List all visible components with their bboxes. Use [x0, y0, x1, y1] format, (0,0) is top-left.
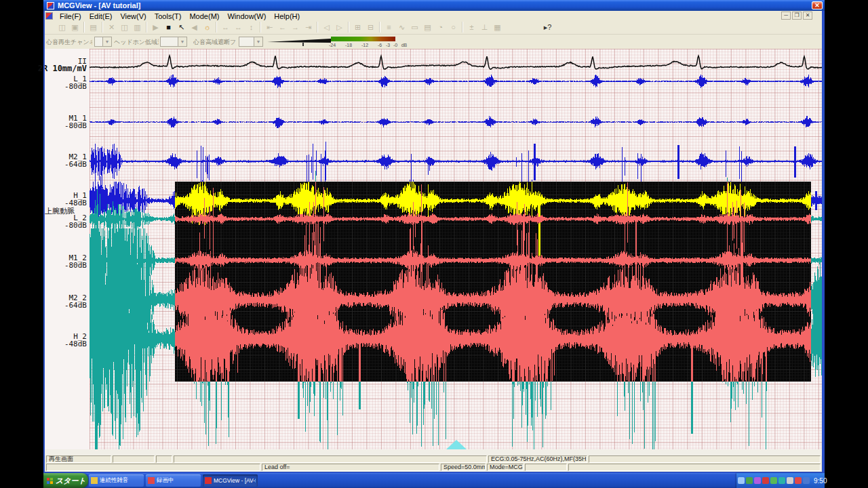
db-meter [331, 37, 395, 41]
lowcut-select[interactable]: ▼ [160, 37, 187, 47]
lowcut-label: ヘッドホン低域遮断フィルタ: [114, 38, 159, 46]
toolbar-separator [348, 22, 349, 33]
print-icon[interactable]: ▤ [87, 22, 100, 33]
start-label: スタート [56, 476, 86, 486]
menu-bar: File(F)Edit(E)View(V)Tools(T)Mode(M)Wind… [43, 11, 825, 20]
menu-tools[interactable]: Tools(T) [151, 12, 186, 20]
toolbar-separator [462, 22, 463, 33]
status-panel [568, 464, 821, 471]
highcut-select[interactable]: ▼ [239, 37, 263, 47]
status-ecg-info: ECG:0.05-75Hz,AC(60Hz),MF(35Hz) [488, 455, 587, 463]
close-button[interactable]: ✕ [812, 1, 823, 9]
play-channel-select[interactable]: ▼ [94, 37, 112, 47]
back-icon[interactable]: ◀ [188, 22, 201, 33]
channel-label: -64dB [64, 160, 87, 169]
stop-icon[interactable]: ■ [162, 22, 175, 33]
status-lead-off: Lead off= [262, 464, 439, 471]
folder-icon [91, 477, 98, 484]
task-button-1[interactable]: 録画中 [146, 474, 201, 487]
meas3-icon[interactable]: ▦ [491, 22, 504, 33]
waveform-plot[interactable] [90, 49, 822, 449]
tray-icon-7[interactable] [795, 477, 802, 484]
select-cursor-icon[interactable]: ↖ [175, 22, 188, 33]
waveform-trace [90, 75, 822, 88]
mdi-close-button[interactable]: ✕ [803, 12, 812, 20]
status-bar: 再生画面ECG:0.05-75Hz,AC(60Hz),MF(35Hz) Lead… [45, 455, 822, 472]
zoom-amp-in-icon[interactable]: ↕ [245, 22, 258, 33]
channel-label: 2R 10mm/mV [38, 64, 87, 73]
page-last-icon[interactable]: ⇥ [302, 22, 315, 33]
channel-label-gutter: II2R 10mm/mVL_1-80dBM1_1-80dBM2_1-64dBH_… [45, 49, 90, 449]
mdi-restore-button[interactable]: ❐ [792, 12, 802, 20]
position-marker[interactable] [446, 440, 467, 449]
highcut-label: 心音高域遮断フィルタ: [193, 38, 237, 46]
tray-icon-1[interactable] [746, 477, 753, 484]
play-icon[interactable]: ▶ [149, 22, 162, 33]
menu-window[interactable]: Window(W) [223, 12, 270, 20]
taskbar: スタート 連続性雑音録画中MCGView - [AV-tut... 9:50 [43, 473, 825, 488]
paste-icon[interactable]: ▥ [131, 22, 144, 33]
play-channel-label: 心音再生チャンネル: [46, 38, 92, 46]
mdi-minimize-button[interactable]: ─ [781, 12, 791, 20]
page-prev-icon[interactable]: ← [276, 22, 289, 33]
volume-slider[interactable] [267, 36, 332, 47]
tray-icon-4[interactable] [770, 477, 777, 484]
status-panel [174, 455, 487, 463]
app-icon [47, 2, 54, 9]
page-next-icon[interactable]: → [289, 22, 302, 33]
start-button[interactable]: スタート [43, 473, 88, 488]
tool6-icon[interactable]: ○ [447, 22, 460, 33]
menu-mode[interactable]: Mode(M) [185, 12, 223, 20]
gain-up-icon[interactable]: ⊞ [351, 22, 364, 33]
tray-icon-2[interactable] [754, 477, 761, 484]
tray-icon-8[interactable] [803, 477, 810, 484]
menu-edit[interactable]: Edit(E) [85, 12, 117, 20]
tray-icon-0[interactable] [738, 477, 745, 484]
zoom-time-in-icon[interactable]: ↔ [219, 22, 232, 33]
menu-view[interactable]: View(V) [116, 12, 150, 20]
toolbar-separator [379, 22, 380, 33]
page-first-icon[interactable]: ⇤ [263, 22, 276, 33]
tool4-icon[interactable]: ▤ [421, 22, 434, 33]
status-mode-panel: 再生画面 [46, 455, 111, 463]
meas2-icon[interactable]: ⊥ [478, 22, 491, 33]
windows-logo-icon [47, 478, 53, 484]
task-button-2[interactable]: MCGView - [AV-tut... [203, 474, 258, 487]
tray-icon-6[interactable] [787, 477, 793, 484]
copy-icon[interactable]: ◫ [118, 22, 131, 33]
document-icon [45, 12, 53, 20]
open-icon[interactable]: ◫ [56, 22, 68, 33]
db-scale: -24-18-12-6-3-0dB [328, 43, 423, 49]
channel-label: -80dB [64, 82, 87, 91]
options-bar: 心音再生チャンネル: ▼ ヘッドホン低域遮断フィルタ: ▼ 心音高域遮断フィルタ… [43, 35, 825, 49]
help-icon[interactable]: ▸? [541, 22, 554, 33]
marker-next-icon[interactable]: ▷ [333, 22, 346, 33]
zoom-time-out-icon[interactable]: ↔ [232, 22, 245, 33]
window-border-right [822, 11, 825, 472]
tool5-icon[interactable]: ◔ [434, 22, 447, 33]
toolbar-separator [216, 22, 217, 33]
menu-file[interactable]: File(F) [56, 12, 85, 20]
tool3-icon[interactable]: ▭ [408, 22, 421, 33]
sound-icon[interactable]: ☼ [201, 22, 214, 33]
gain-down-icon[interactable]: ⊟ [364, 22, 377, 33]
toolbar-separator [317, 22, 318, 33]
tool2-icon[interactable]: ∿ [395, 22, 408, 33]
save-icon[interactable]: ▣ [68, 22, 81, 33]
tray-icon-5[interactable] [778, 477, 785, 484]
toolbar-separator [83, 22, 85, 33]
task-button-0[interactable]: 連続性雑音 [89, 474, 144, 487]
app-window: MCGView - [AV tutorial] ✕ File(F)Edit(E)… [43, 0, 825, 473]
clock: 9:50 [814, 477, 827, 485]
meas1-icon[interactable]: ± [465, 22, 478, 33]
system-tray: 9:50 [736, 473, 825, 488]
tool1-icon[interactable]: ≡ [382, 22, 395, 33]
cut-icon[interactable]: ✕ [105, 22, 118, 33]
marker-prev-icon[interactable]: ◁ [320, 22, 333, 33]
menu-help[interactable]: Help(H) [270, 12, 304, 20]
tray-icon-3[interactable] [762, 477, 769, 484]
channel-label: 上腕動脈 [45, 206, 75, 216]
status-panel [589, 455, 821, 463]
channel-label: -80dB [64, 261, 87, 270]
window-title: MCGView - [AV tutorial] [58, 1, 140, 9]
